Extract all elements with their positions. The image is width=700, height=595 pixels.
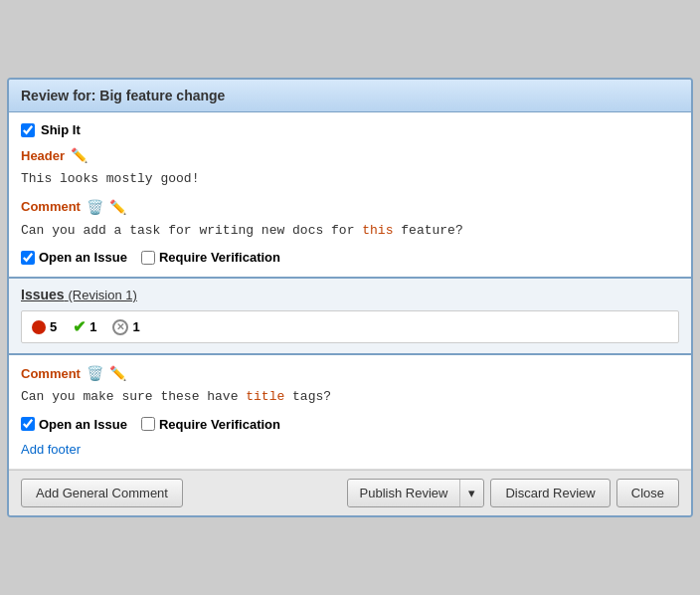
comment1-checkbox-row: Open an Issue Require Verification [21, 250, 679, 265]
close-button[interactable]: Close [616, 479, 679, 507]
bottom-section: Comment 🗑️ ✏️ Can you make sure these ha… [9, 355, 691, 470]
open-issue-checkbox-1[interactable] [21, 251, 35, 265]
comment1-delete-button[interactable]: 🗑️ [87, 199, 103, 215]
comment1-text: Can you add a task for writing new docs … [21, 221, 679, 241]
publish-review-dropdown-button[interactable]: ▾ [459, 480, 483, 506]
review-dialog: Review for: Big feature change Ship It H… [7, 78, 693, 517]
ship-it-checkbox[interactable] [21, 123, 35, 137]
comment2-edit-button[interactable]: ✏️ [109, 365, 126, 381]
open-issue-label-1[interactable]: Open an Issue [21, 250, 127, 265]
comment2-text: Can you make sure these have title tags? [21, 387, 679, 407]
open-issue-text-1: Open an Issue [39, 250, 127, 265]
trash-icon-2: 🗑️ [87, 365, 103, 381]
dialog-footer: Add General Comment Publish Review ▾ Dis… [9, 470, 691, 515]
issue-count-grey: ✕ 1 [112, 319, 139, 335]
grey-count-text: 1 [132, 319, 139, 334]
header-section-label: Header ✏️ [21, 147, 679, 163]
discard-review-label: Discard Review [505, 486, 595, 500]
ship-it-label: Ship It [41, 122, 81, 137]
pencil-icon-3: ✏️ [109, 365, 126, 381]
comment1-text-highlight: this [362, 223, 393, 238]
require-verify-text-1: Require Verification [159, 250, 280, 265]
header-text-content: This looks mostly good! [21, 171, 199, 186]
comment2-text-c: tags? [284, 389, 331, 404]
footer-right: Publish Review ▾ Discard Review Close [347, 479, 679, 507]
add-general-comment-button[interactable]: Add General Comment [21, 479, 183, 507]
trash-icon: 🗑️ [87, 199, 103, 215]
comment2-section-label: Comment 🗑️ ✏️ [21, 365, 679, 381]
circle-x-icon: ✕ [112, 319, 128, 335]
require-verify-checkbox-2[interactable] [141, 417, 155, 431]
check-icon: ✔ [73, 317, 86, 336]
comment1-text-a: Can you add a task for writing new docs … [21, 223, 362, 238]
issues-header: Issues (Revision 1) [21, 287, 679, 302]
issue-count-red: 5 [32, 319, 57, 334]
issues-section: Issues (Revision 1) 5 ✔ 1 ✕ 1 [9, 279, 691, 355]
comment2-checkbox-row: Open an Issue Require Verification [21, 417, 679, 432]
comment2-label-text: Comment [21, 366, 81, 381]
issues-counts: 5 ✔ 1 ✕ 1 [21, 310, 679, 343]
dialog-title-text: Review for: Big feature change [21, 88, 225, 103]
publish-review-label: Publish Review [360, 486, 448, 500]
issues-header-text: Issues [21, 287, 65, 302]
pencil-icon-2: ✏️ [109, 199, 126, 215]
red-count-text: 5 [50, 319, 57, 334]
comment2-text-highlight: title [246, 389, 284, 404]
comment1-edit-button[interactable]: ✏️ [109, 199, 126, 215]
require-verify-label-2[interactable]: Require Verification [141, 417, 280, 432]
ship-it-row: Ship It [21, 122, 679, 137]
dialog-title: Review for: Big feature change [9, 80, 691, 112]
comment1-label-text: Comment [21, 199, 81, 214]
top-section: Ship It Header ✏️ This looks mostly good… [9, 112, 691, 279]
comment1-section-label: Comment 🗑️ ✏️ [21, 199, 679, 215]
close-label: Close [631, 486, 664, 500]
green-count-text: 1 [89, 319, 96, 334]
add-general-label: Add General Comment [36, 486, 168, 500]
publish-review-group: Publish Review ▾ [347, 479, 485, 507]
header-text: This looks mostly good! [21, 169, 679, 189]
dialog-body: Ship It Header ✏️ This looks mostly good… [9, 112, 691, 470]
discard-review-button[interactable]: Discard Review [490, 479, 610, 507]
publish-dropdown-arrow-icon: ▾ [468, 486, 475, 500]
footer-left: Add General Comment [21, 479, 183, 507]
comment1-text-c: feature? [393, 223, 462, 238]
publish-review-button[interactable]: Publish Review [348, 480, 460, 506]
red-dot-icon [32, 320, 46, 334]
issue-count-green: ✔ 1 [73, 317, 96, 336]
add-footer-link[interactable]: Add footer [21, 442, 81, 457]
require-verify-checkbox-1[interactable] [141, 251, 155, 265]
issues-revision: (Revision 1) [68, 288, 136, 302]
open-issue-label-2[interactable]: Open an Issue [21, 417, 127, 432]
require-verify-text-2: Require Verification [159, 417, 280, 432]
header-edit-button[interactable]: ✏️ [71, 147, 88, 163]
open-issue-checkbox-2[interactable] [21, 417, 35, 431]
comment2-delete-button[interactable]: 🗑️ [87, 365, 103, 381]
require-verify-label-1[interactable]: Require Verification [141, 250, 280, 265]
add-footer-text: Add footer [21, 442, 81, 457]
pencil-icon: ✏️ [71, 147, 88, 163]
comment2-text-a: Can you make sure these have [21, 389, 246, 404]
open-issue-text-2: Open an Issue [39, 417, 127, 432]
header-label-text: Header [21, 148, 65, 163]
